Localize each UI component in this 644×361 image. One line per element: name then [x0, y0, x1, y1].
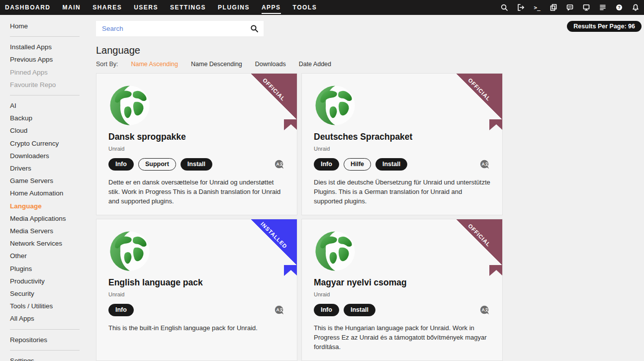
sidebar-item-language[interactable]: Language	[10, 200, 92, 212]
globe-icon[interactable]	[108, 230, 151, 272]
sidebar-item-crypto-currency[interactable]: Crypto Currency	[10, 137, 92, 150]
nav-main[interactable]: MAIN	[63, 1, 81, 14]
help-icon[interactable]: ?	[615, 3, 624, 12]
search-input[interactable]	[102, 25, 250, 32]
app-card-english-language-pack: INSTALLED English language pack Unraid I…	[96, 219, 297, 361]
support-button[interactable]: Support	[138, 158, 176, 171]
app-author: Unraid	[108, 146, 285, 152]
install-button[interactable]: Install	[344, 304, 375, 316]
translate-icon[interactable]: A	[274, 305, 285, 316]
official-ribbon: OFFICIAL	[456, 219, 503, 266]
sidebar: Home Installed Apps Previous Apps Pinned…	[0, 15, 92, 361]
sort-name-descending[interactable]: Name Descending	[191, 61, 242, 68]
sidebar-item-media-servers[interactable]: Media Servers	[10, 225, 92, 237]
results-per-page-badge[interactable]: Results Per Page: 96	[567, 21, 642, 32]
svg-text:A: A	[276, 307, 279, 312]
sidebar-item-downloaders[interactable]: Downloaders	[10, 150, 92, 162]
app-card-deutsches-sprachpaket: OFFICIAL Deutsches Sprachpaket Unraid In…	[301, 73, 503, 215]
app-author: Unraid	[314, 146, 490, 152]
nav-apps[interactable]: APPS	[262, 1, 281, 14]
ribbon-label: INSTALLED	[248, 219, 297, 261]
info-button[interactable]: Info	[108, 158, 134, 171]
sidebar-item-favourite-repo: Favourite Repo	[10, 79, 92, 91]
app-description: This is the built-in English language pa…	[108, 324, 285, 333]
translate-icon[interactable]: A	[479, 305, 490, 316]
sort-name-ascending[interactable]: Name Ascending	[131, 61, 178, 68]
sort-by-label: Sort By:	[96, 61, 118, 68]
svg-text:A: A	[481, 307, 485, 312]
page-title: Language	[96, 45, 644, 56]
nav-plugins[interactable]: PLUGINS	[218, 1, 250, 14]
sidebar-item-backup[interactable]: Backup	[10, 112, 92, 124]
support-button[interactable]: Hilfe	[344, 158, 371, 171]
nav-users[interactable]: USERS	[134, 1, 158, 14]
app-title[interactable]: Magyar nyelvi csomag	[314, 277, 490, 288]
log-icon[interactable]	[598, 3, 607, 12]
info-button[interactable]: Info	[314, 158, 339, 171]
top-navigation-bar: DASHBOARD MAIN SHARES USERS SETTINGS PLU…	[0, 0, 644, 15]
install-button[interactable]: Install	[375, 158, 407, 171]
search-icon[interactable]	[500, 3, 509, 12]
sidebar-item-plugins[interactable]: Plugins	[10, 263, 92, 275]
sidebar-item-previous-apps[interactable]: Previous Apps	[10, 53, 92, 66]
app-title[interactable]: Dansk sprogpakke	[108, 132, 285, 142]
sidebar-item-home[interactable]: Home	[10, 20, 92, 32]
app-description: This is the Hungarian language pack for …	[314, 324, 490, 352]
sidebar-item-repositories[interactable]: Repositories	[10, 334, 92, 346]
display-icon[interactable]	[582, 3, 591, 12]
globe-icon[interactable]	[108, 84, 151, 127]
app-card-magyar-nyelvi-csomag: OFFICIAL Magyar nyelvi csomag Unraid Inf…	[301, 219, 503, 361]
nav-settings[interactable]: SETTINGS	[170, 1, 206, 14]
ribbon-label: OFFICIAL	[248, 73, 297, 115]
search-submit-icon[interactable]	[250, 24, 259, 33]
sidebar-item-media-applications[interactable]: Media Applications	[10, 212, 92, 225]
sidebar-item-security[interactable]: Security	[10, 287, 92, 300]
sidebar-divider	[10, 329, 80, 330]
sort-downloads[interactable]: Downloads	[255, 61, 286, 68]
app-author: Unraid	[108, 291, 285, 297]
app-description: Dette er en dansk oversættelse for Unrai…	[108, 178, 285, 206]
sidebar-item-productivity[interactable]: Productivity	[10, 275, 92, 287]
sidebar-item-drivers[interactable]: Drivers	[10, 162, 92, 175]
notifications-icon[interactable]	[631, 3, 640, 12]
search-box[interactable]	[96, 21, 264, 36]
sidebar-item-other[interactable]: Other	[10, 250, 92, 262]
logout-icon[interactable]	[516, 3, 525, 12]
sidebar-item-game-servers[interactable]: Game Servers	[10, 175, 92, 187]
info-button[interactable]: Info	[314, 304, 339, 316]
sidebar-item-ai[interactable]: AI	[10, 99, 92, 112]
sidebar-item-cloud[interactable]: Cloud	[10, 124, 92, 137]
terminal-icon[interactable]: >_	[533, 3, 542, 12]
sidebar-item-all-apps[interactable]: All Apps	[10, 312, 92, 325]
sidebar-item-settings[interactable]: Settings	[10, 355, 92, 361]
app-author: Unraid	[314, 291, 490, 297]
sidebar-item-installed-apps[interactable]: Installed Apps	[10, 41, 92, 53]
sort-bar: Sort By: Name Ascending Name Descending …	[96, 61, 644, 68]
sort-date-added[interactable]: Date Added	[299, 61, 331, 68]
app-card-dansk-sprogpakke: OFFICIAL Dansk sprogpakke Unraid Info Su…	[96, 73, 297, 215]
nav-dashboard[interactable]: DASHBOARD	[5, 1, 51, 14]
info-button[interactable]: Info	[108, 304, 134, 316]
sidebar-divider	[10, 36, 80, 37]
sidebar-item-network-services[interactable]: Network Services	[10, 237, 92, 250]
app-description: Dies ist die deutsche Übersetzung für Un…	[314, 178, 490, 206]
app-title[interactable]: English language pack	[108, 277, 285, 288]
nav-icon-group: >_ ?	[500, 3, 640, 12]
app-card-grid: OFFICIAL Dansk sprogpakke Unraid Info Su…	[96, 73, 644, 361]
translate-icon[interactable]: A	[274, 159, 285, 170]
sidebar-divider	[10, 350, 80, 351]
feedback-icon[interactable]	[565, 3, 574, 12]
translate-icon[interactable]: A	[479, 159, 490, 170]
svg-text:?: ?	[618, 5, 621, 10]
sidebar-item-tools-utilities[interactable]: Tools / Utilities	[10, 300, 92, 312]
nav-tools[interactable]: TOOLS	[293, 1, 317, 14]
app-title[interactable]: Deutsches Sprachpaket	[314, 132, 490, 142]
ribbon-label: OFFICIAL	[454, 219, 503, 261]
copy-icon[interactable]	[549, 3, 558, 12]
globe-icon[interactable]	[314, 84, 357, 127]
nav-shares[interactable]: SHARES	[92, 1, 122, 14]
svg-text:A: A	[276, 162, 279, 167]
globe-icon[interactable]	[314, 230, 357, 272]
sidebar-item-home-automation[interactable]: Home Automation	[10, 187, 92, 199]
install-button[interactable]: Install	[181, 158, 212, 171]
